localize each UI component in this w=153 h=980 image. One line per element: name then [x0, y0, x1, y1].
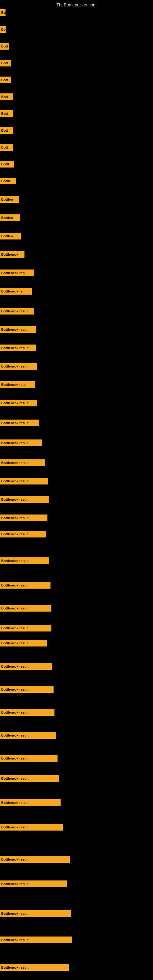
bar-label-28: Bottleneck result [0, 496, 49, 503]
bar-label-32: Bottleneck result [0, 582, 51, 589]
bar-item-40: Bottleneck result [0, 755, 57, 762]
bar-item-13: Bottlen [0, 215, 20, 221]
bar-label-41: Bottleneck result [0, 775, 59, 782]
bar-label-5: Bott [0, 76, 11, 83]
bar-label-10: Bottl [0, 161, 14, 167]
bar-item-21: Bottleneck result [0, 363, 37, 370]
bar-label-35: Bottleneck result [0, 640, 47, 646]
bar-item-18: Bottleneck result [0, 308, 34, 315]
bar-item-16: Bottleneck resu [0, 269, 33, 276]
bar-label-2: Bo [0, 26, 6, 33]
bar-label-36: Bottleneck result [0, 663, 52, 670]
bar-label-37: Bottleneck result [0, 686, 54, 693]
bar-item-20: Bottleneck result [0, 345, 36, 351]
bar-label-39: Bottleneck result [0, 732, 56, 739]
bar-item-10: Bottl [0, 161, 14, 167]
bar-item-44: Bottleneck result [0, 856, 70, 863]
bar-item-48: Bottleneck result [0, 964, 69, 971]
bar-label-20: Bottleneck result [0, 345, 36, 351]
bar-label-1: Bo [0, 9, 5, 16]
bar-item-39: Bottleneck result [0, 732, 56, 739]
bar-item-25: Bottleneck result [0, 439, 42, 446]
bar-label-25: Bottleneck result [0, 439, 42, 446]
bar-label-6: Bott [0, 94, 13, 100]
bar-item-23: Bottleneck result [0, 400, 37, 406]
bar-item-38: Bottleneck result [0, 709, 54, 716]
bar-item-34: Bottleneck result [0, 625, 51, 632]
bar-label-14: Bottlen [0, 233, 21, 240]
bar-item-28: Bottleneck result [0, 496, 49, 503]
bar-item-29: Bottleneck result [0, 514, 48, 521]
bar-item-32: Bottleneck result [0, 582, 51, 589]
bar-item-9: Bott [0, 144, 13, 151]
bar-item-4: Bott [0, 60, 11, 67]
bar-label-24: Bottleneck result [0, 420, 39, 426]
bar-item-26: Bottleneck result [0, 460, 45, 466]
bar-label-4: Bott [0, 60, 11, 67]
bar-label-3: Bott [0, 43, 9, 49]
bar-label-43: Bottleneck result [0, 824, 63, 830]
bar-label-34: Bottleneck result [0, 625, 51, 632]
bar-label-7: Bott [0, 110, 13, 117]
bar-item-8: Bott [0, 127, 13, 134]
bar-item-15: Bottleneck [0, 251, 24, 258]
bar-item-3: Bott [0, 43, 9, 49]
bar-item-31: Bottleneck result [0, 557, 49, 564]
bar-label-8: Bott [0, 127, 13, 134]
bar-label-27: Bottleneck result [0, 478, 48, 485]
bar-label-47: Bottleneck result [0, 937, 72, 943]
bar-item-27: Bottleneck result [0, 478, 48, 485]
bar-label-42: Bottleneck result [0, 799, 61, 806]
bar-label-48: Bottleneck result [0, 964, 69, 971]
bar-item-7: Bott [0, 110, 13, 117]
bar-label-15: Bottleneck [0, 251, 24, 258]
bar-label-23: Bottleneck result [0, 400, 37, 406]
bar-label-40: Bottleneck result [0, 755, 57, 762]
bar-label-19: Bottleneck result [0, 326, 36, 333]
bar-label-33: Bottleneck result [0, 605, 51, 612]
bar-item-35: Bottleneck result [0, 640, 47, 646]
bar-item-30: Bottleneck result [0, 531, 46, 538]
bar-item-47: Bottleneck result [0, 937, 72, 943]
bar-label-31: Bottleneck result [0, 557, 49, 564]
bar-label-46: Bottleneck result [0, 910, 71, 917]
bar-item-5: Bott [0, 76, 11, 83]
bar-item-46: Bottleneck result [0, 910, 71, 917]
bar-label-13: Bottlen [0, 215, 20, 221]
bar-item-19: Bottleneck result [0, 326, 36, 333]
bar-label-26: Bottleneck result [0, 460, 45, 466]
bar-item-14: Bottlen [0, 233, 21, 240]
bar-item-33: Bottleneck result [0, 605, 51, 612]
bar-label-29: Bottleneck result [0, 514, 48, 521]
bar-item-36: Bottleneck result [0, 663, 52, 670]
bar-item-17: Bottleneck re [0, 288, 32, 294]
bar-label-38: Bottleneck result [0, 709, 54, 716]
bar-label-11: Bottle [0, 178, 16, 185]
bar-label-44: Bottleneck result [0, 856, 70, 863]
bar-label-30: Bottleneck result [0, 531, 46, 538]
bar-item-11: Bottle [0, 178, 16, 185]
bar-label-9: Bott [0, 144, 13, 151]
bar-label-45: Bottleneck result [0, 880, 67, 887]
bar-item-2: Bo [0, 26, 6, 33]
site-title: TheBottlenecker.com [56, 2, 97, 7]
bar-item-24: Bottleneck result [0, 420, 39, 426]
bar-label-16: Bottleneck resu [0, 269, 33, 276]
bar-label-21: Bottleneck result [0, 363, 37, 370]
bar-item-6: Bott [0, 94, 13, 100]
bar-item-42: Bottleneck result [0, 799, 61, 806]
bar-item-43: Bottleneck result [0, 824, 63, 830]
bar-label-18: Bottleneck result [0, 308, 34, 315]
bar-item-1: Bo [0, 9, 5, 16]
bar-label-17: Bottleneck re [0, 288, 32, 294]
bar-item-22: Bottleneck resu [0, 381, 35, 388]
bar-label-12: Bottlen [0, 196, 19, 203]
bar-item-37: Bottleneck result [0, 686, 54, 693]
bar-label-22: Bottleneck resu [0, 381, 35, 388]
bar-item-45: Bottleneck result [0, 880, 67, 887]
bar-item-41: Bottleneck result [0, 775, 59, 782]
bar-item-12: Bottlen [0, 196, 19, 203]
